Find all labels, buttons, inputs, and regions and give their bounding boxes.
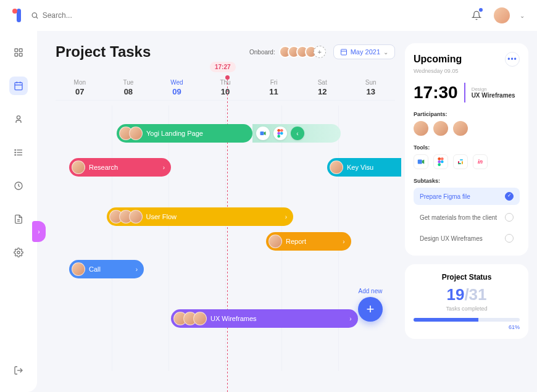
task-ux-wireframes[interactable]: UX Wireframes › [171, 309, 358, 328]
participants-row [414, 121, 520, 136]
current-time-badge: 17:27 [210, 62, 236, 72]
chevron-down-icon[interactable]: ⌄ [520, 12, 525, 19]
svg-point-30 [277, 135, 280, 138]
task-label: Key Visu [347, 164, 373, 171]
onboard-label: Onboard: [249, 49, 275, 56]
task-call[interactable]: Call › [69, 260, 144, 278]
task-label: Yogi Landing Page [146, 130, 203, 137]
gear-icon [14, 248, 23, 257]
sidebar-item-settings[interactable] [9, 243, 28, 262]
add-member-button[interactable]: + [314, 46, 326, 58]
participant-avatar[interactable] [414, 121, 428, 136]
svg-point-27 [280, 129, 283, 132]
status-card: Project Status 19/31 Tasks completed 61% [405, 264, 528, 339]
figma-icon[interactable] [433, 154, 448, 169]
file-icon [14, 214, 23, 224]
invision-icon[interactable]: in [473, 154, 488, 169]
svg-point-20 [17, 251, 20, 254]
participant-avatar[interactable] [453, 121, 468, 136]
slack-icon[interactable] [453, 154, 468, 169]
avatar-icon [129, 210, 143, 223]
clock-icon [14, 181, 23, 191]
avatar-icon [72, 262, 85, 276]
day-col-sat[interactable]: Sat12 [298, 79, 347, 96]
search-field[interactable] [31, 11, 154, 20]
subtask-label: Get materials from the client [420, 214, 497, 221]
svg-point-10 [17, 116, 20, 119]
tools-label: Tools: [414, 144, 520, 151]
collapse-tools-button[interactable]: ‹ [291, 127, 304, 140]
svg-rect-4 [15, 53, 18, 56]
figma-icon[interactable] [273, 127, 287, 140]
subtask-item[interactable]: Get materials from the client [414, 209, 520, 226]
check-icon[interactable] [505, 192, 514, 201]
status-count: 19/31 [414, 285, 520, 304]
grid-icon [14, 48, 23, 57]
task-report[interactable]: Report › [266, 232, 351, 251]
progress-bar [414, 318, 520, 322]
subtask-label: Design UX Wireframes [420, 235, 483, 242]
task-label: UX Wireframes [210, 315, 257, 322]
svg-rect-3 [19, 49, 22, 52]
add-new-label: Add new [358, 288, 383, 294]
meet-icon[interactable] [414, 154, 428, 169]
avatar-icon [330, 161, 343, 174]
more-options-button[interactable]: ••• [505, 52, 520, 67]
day-col-mon[interactable]: Mon07 [56, 79, 104, 96]
avatar-icon [129, 127, 143, 140]
chevron-down-icon: ⌄ [383, 49, 388, 56]
check-icon[interactable] [505, 213, 514, 222]
meet-icon[interactable] [256, 127, 270, 140]
chevron-right-icon: › [285, 214, 287, 220]
day-col-thu[interactable]: Thu10 [201, 79, 250, 96]
upcoming-date: Wednesday 09.05 [414, 68, 520, 74]
sidebar-item-dashboard[interactable] [9, 43, 28, 62]
day-col-tue[interactable]: Tue08 [104, 79, 153, 96]
task-yogi-tools: ‹ [252, 124, 341, 143]
svg-rect-6 [15, 83, 22, 90]
task-yogi-landing[interactable]: Yogi Landing Page [117, 124, 252, 143]
participant-avatar[interactable] [433, 121, 448, 136]
check-icon[interactable] [505, 234, 514, 243]
task-label: Call [89, 265, 101, 273]
app-logo[interactable] [12, 9, 21, 22]
chevron-right-icon: › [343, 238, 344, 245]
sidebar-item-logout[interactable] [9, 361, 28, 380]
svg-rect-24 [260, 131, 264, 135]
user-avatar[interactable] [494, 7, 510, 23]
task-research[interactable]: Research › [69, 158, 171, 177]
svg-rect-5 [19, 53, 22, 56]
task-key-visual[interactable]: Key Visu [327, 158, 401, 177]
svg-point-29 [280, 132, 283, 135]
sidebar-item-list[interactable] [9, 143, 28, 162]
day-col-fri[interactable]: Fri11 [249, 79, 298, 96]
svg-point-16 [15, 154, 15, 155]
month-picker[interactable]: May 2021 ⌄ [333, 44, 395, 59]
svg-point-0 [32, 13, 36, 17]
search-icon [31, 11, 39, 20]
onboard-avatars[interactable]: + [279, 46, 326, 58]
subtask-item[interactable]: Prepare Figma file [414, 188, 520, 205]
sidebar-item-file[interactable] [9, 210, 28, 228]
add-task-button[interactable]: + [358, 297, 383, 322]
task-label: User Flow [146, 213, 177, 220]
sidebar-item-clock[interactable] [9, 177, 28, 195]
sidebar-item-calendar[interactable] [9, 77, 28, 95]
day-col-wed[interactable]: Wed09 [152, 79, 201, 96]
notifications-button[interactable] [469, 8, 484, 23]
search-input[interactable] [43, 11, 154, 20]
user-icon [14, 114, 23, 124]
day-col-sun[interactable]: Sun13 [346, 79, 395, 96]
task-label: Research [89, 164, 118, 171]
svg-point-15 [15, 152, 15, 152]
task-user-flow[interactable]: User Flow › [107, 207, 294, 226]
calendar-small-icon [340, 48, 348, 56]
avatar-icon [72, 161, 85, 174]
sidebar: › [0, 31, 37, 392]
subtask-item[interactable]: Design UX Wireframes [414, 230, 520, 247]
avatar-icon [268, 235, 282, 248]
status-title: Project Status [414, 273, 520, 281]
subtasks-label: Subtasks: [414, 178, 520, 184]
svg-point-34 [441, 157, 444, 161]
sidebar-item-user[interactable] [9, 110, 28, 128]
